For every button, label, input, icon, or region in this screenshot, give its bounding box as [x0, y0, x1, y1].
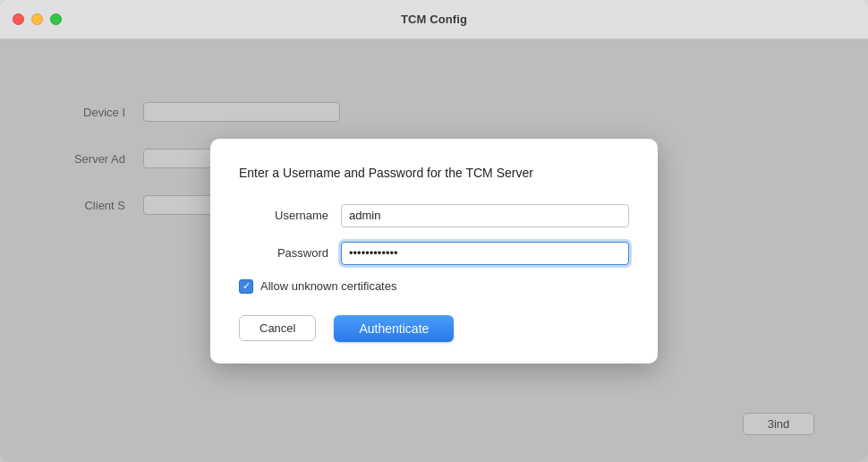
- password-row: Password: [239, 242, 629, 265]
- username-label: Username: [239, 209, 328, 222]
- main-window: TCM Config Device I Server Ad Client S 3…: [0, 0, 868, 462]
- password-label: Password: [239, 246, 328, 260]
- modal-overlay: Enter a Username and Password for the TC…: [0, 39, 868, 462]
- cancel-button[interactable]: Cancel: [239, 315, 316, 341]
- checkmark-icon: ✓: [243, 281, 251, 291]
- close-button[interactable]: [13, 13, 24, 25]
- password-input[interactable]: [341, 242, 629, 265]
- button-row: Cancel Authenticate: [239, 315, 629, 342]
- modal-instruction: Enter a Username and Password for the TC…: [239, 164, 629, 183]
- checkbox-row: ✓ Allow unknown certificates: [239, 279, 629, 294]
- allow-unknown-certs-checkbox[interactable]: ✓ Allow unknown certificates: [239, 279, 396, 294]
- traffic-lights: [13, 13, 62, 25]
- minimize-button[interactable]: [31, 13, 43, 25]
- maximize-button[interactable]: [50, 13, 62, 25]
- username-row: Username: [239, 204, 629, 227]
- window-title: TCM Config: [401, 13, 467, 26]
- content-area: Device I Server Ad Client S 3ind Enter a…: [0, 39, 868, 462]
- checkbox-label: Allow unknown certificates: [260, 279, 396, 293]
- titlebar: TCM Config: [0, 0, 868, 39]
- username-input[interactable]: [341, 204, 629, 227]
- auth-modal: Enter a Username and Password for the TC…: [210, 139, 658, 364]
- checkbox-indicator: ✓: [239, 279, 253, 294]
- authenticate-button[interactable]: Authenticate: [334, 315, 454, 342]
